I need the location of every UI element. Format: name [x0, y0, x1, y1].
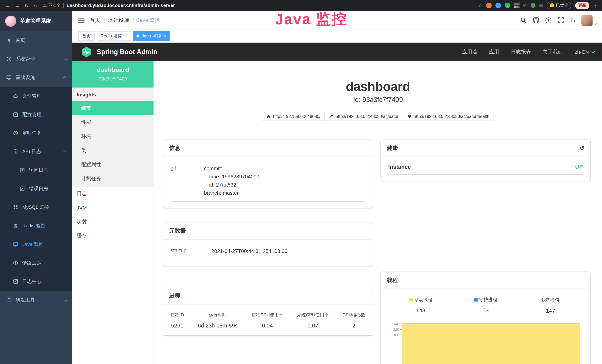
address-bar[interactable]: ⚠ 不安全 dashboard.yudao.iocoder.cn/infra/a… — [43, 3, 473, 8]
breadcrumb: 首页 / 基础设施 / Java 监控 — [90, 17, 160, 23]
update-button[interactable]: 更新 — [575, 2, 589, 9]
link-health[interactable]: http://192.168.0.2:48080/actuator/health — [402, 112, 494, 121]
insights-item-details[interactable]: 细节 — [72, 101, 153, 115]
insights-item-metrics[interactable]: 性能 — [72, 115, 153, 129]
monitor-icon — [13, 242, 19, 247]
chart-area-series — [402, 323, 580, 364]
home-icon[interactable]: ⌂ — [33, 3, 37, 8]
sidebar-item-trace[interactable]: 链路追踪 — [0, 254, 72, 272]
stat-cpus: CPU核心数 2 — [343, 312, 365, 329]
health-row-instance: Instance UP — [388, 162, 583, 175]
insights-item-classes[interactable]: 类 — [72, 143, 153, 158]
legend-live: 活动线程 143 — [388, 296, 453, 314]
metadata-value: 2021-04-27T00:44:31.254+08:00 — [211, 247, 287, 255]
extension-icon-on-switch[interactable]: on — [523, 3, 527, 7]
extension-icon-grid[interactable] — [514, 3, 519, 8]
card-title: 线程 — [381, 272, 590, 289]
browser-menu-icon[interactable]: ⋮ — [593, 3, 598, 8]
insights-item-configprops[interactable]: 配置属性 — [72, 158, 153, 172]
legend-yellow-swatch — [409, 298, 413, 301]
sidebar-item-java[interactable]: Java 监控 — [0, 235, 72, 254]
instance-header[interactable]: dashboard 93a3fc7f7409 — [72, 61, 153, 87]
user-avatar — [581, 15, 592, 26]
breadcrumb-item[interactable]: 首页 — [90, 17, 100, 23]
sidebar-item-api-log[interactable]: API 日志 — [0, 142, 72, 161]
section-caches[interactable]: 缓存 — [72, 229, 153, 243]
extension-icon-blue-drop[interactable] — [495, 3, 501, 8]
sidebar-item-access-log[interactable]: 访问日志 — [0, 161, 72, 180]
sba-nav-applications[interactable]: 应用 — [489, 49, 499, 55]
chevron-up-icon — [63, 76, 66, 80]
sidebar-item-infra[interactable]: 基础设施 — [0, 68, 72, 87]
breadcrumb-item[interactable]: 基础设施 — [108, 17, 129, 23]
fullscreen-icon[interactable] — [558, 17, 564, 23]
close-icon[interactable]: × — [124, 34, 127, 38]
smiley-emoji-icon — [550, 3, 554, 7]
locale-select[interactable]: zh-CN — [575, 49, 594, 55]
github-icon[interactable] — [533, 17, 539, 23]
reload-icon[interactable]: ↻ — [24, 3, 29, 8]
forward-icon[interactable]: → — [14, 3, 20, 8]
url-text[interactable]: dashboard.yudao.iocoder.cn/infra/admin-s… — [67, 3, 175, 8]
legend-daemon: 守护进程 53 — [453, 296, 518, 314]
security-warning[interactable]: ⚠ 不安全 — [43, 3, 60, 8]
sidebar-item-log-center[interactable]: 日志中心 — [0, 272, 72, 291]
sba-nav-wallboard[interactable]: 应用墙 — [462, 49, 477, 55]
extension-icon-leaf[interactable] — [531, 3, 536, 8]
link-root[interactable]: http://192.168.0.2:48080/ — [262, 112, 325, 121]
paused-badge[interactable]: 已暂停 — [547, 2, 571, 9]
section-jvm[interactable]: JVM — [72, 201, 153, 215]
extension-icon-puzzle[interactable] — [539, 3, 543, 7]
paused-label: 已暂停 — [556, 3, 568, 8]
info-row-git: git commit: time: 1596289704000 id: 27aa… — [171, 162, 365, 202]
sidebar-item-job[interactable]: 定时任务 — [0, 124, 72, 142]
instance-sidebar: dashboard 93a3fc7f7409 Insights 细节 性能 环境… — [72, 61, 154, 364]
sba-brand[interactable]: Spring Boot Admin — [97, 48, 157, 56]
wrench-icon — [329, 114, 333, 119]
close-icon[interactable]: × — [163, 34, 166, 38]
insights-group: Insights 细节 性能 环境 类 配置属性 计划任务 — [72, 87, 153, 187]
link-actuator[interactable]: http://192.168.0.2:48080/actuator — [324, 112, 403, 121]
sidebar-item-file[interactable]: 文件管理 — [0, 87, 72, 105]
help-icon[interactable]: ? — [545, 17, 551, 23]
edit-doc-icon — [19, 186, 25, 191]
app-logo[interactable]: 芋道管理系统 — [0, 11, 72, 31]
section-mappings[interactable]: 映射 — [72, 215, 153, 229]
insights-item-scheduled[interactable]: 计划任务 — [72, 172, 153, 186]
sidebar-item-mysql[interactable]: MySQL 监控 — [0, 198, 72, 217]
back-icon[interactable]: ← — [4, 3, 10, 8]
sba-nav-about[interactable]: 关于我们 — [543, 49, 563, 55]
tab-java[interactable]: Java 监控 × — [133, 31, 170, 41]
sidebar-item-error-log[interactable]: 错误日志 — [0, 180, 72, 198]
extension-icon-green-y[interactable]: y — [505, 3, 510, 8]
tab-home[interactable]: 首页 — [78, 31, 95, 41]
sidebar-item-dev-tools[interactable]: 研发工具 — [0, 291, 72, 309]
api-log-submenu: 访问日志 错误日志 — [0, 161, 72, 198]
extension-icon-orange[interactable] — [486, 3, 492, 8]
edit-icon — [13, 112, 19, 117]
sba-nav-journal[interactable]: 日志报表 — [511, 49, 531, 55]
tags-bar: 首页 Redis 监控 × Java 监控 × — [72, 30, 602, 43]
insights-item-env[interactable]: 环境 — [72, 129, 153, 143]
sidebar-item-system[interactable]: 系统管理 — [0, 50, 72, 68]
sidebar-item-config[interactable]: 配置管理 — [0, 105, 72, 124]
user-menu[interactable] — [581, 15, 596, 26]
sidebar-item-home[interactable]: 首页 — [0, 31, 72, 50]
admin-sidebar: 芋道管理系统 首页 系统管理 基础设施 — [0, 11, 72, 364]
section-logs[interactable]: 日志 — [72, 187, 153, 201]
stat-system-cpu: 系统CPU使用率 0.07 — [297, 312, 329, 329]
edit-doc-icon — [19, 168, 25, 173]
sidebar-item-redis[interactable]: Redis 监控 — [0, 217, 72, 235]
hamburger-icon[interactable] — [78, 18, 85, 23]
history-icon[interactable]: ↺ — [579, 145, 584, 152]
font-size-icon[interactable]: TT — [570, 17, 575, 23]
threads-legend: 活动线程 143 守护进程 53 线程峰值 — [388, 294, 583, 314]
process-card: 进程 进程ID 5261 运行时间 — [163, 288, 373, 335]
tab-redis[interactable]: Redis 监控 × — [97, 31, 130, 41]
search-icon[interactable] — [520, 17, 526, 23]
warning-icon: ⚠ — [43, 3, 47, 8]
main-area: 首页 / 基础设施 / Java 监控 ? TT — [72, 11, 602, 364]
sba-header: Spring Boot Admin 应用墙 应用 日志报表 关于我们 zh-CN — [72, 43, 602, 61]
briefcase-icon — [6, 298, 12, 303]
bookmark-star-icon[interactable]: ☆ — [478, 3, 483, 8]
